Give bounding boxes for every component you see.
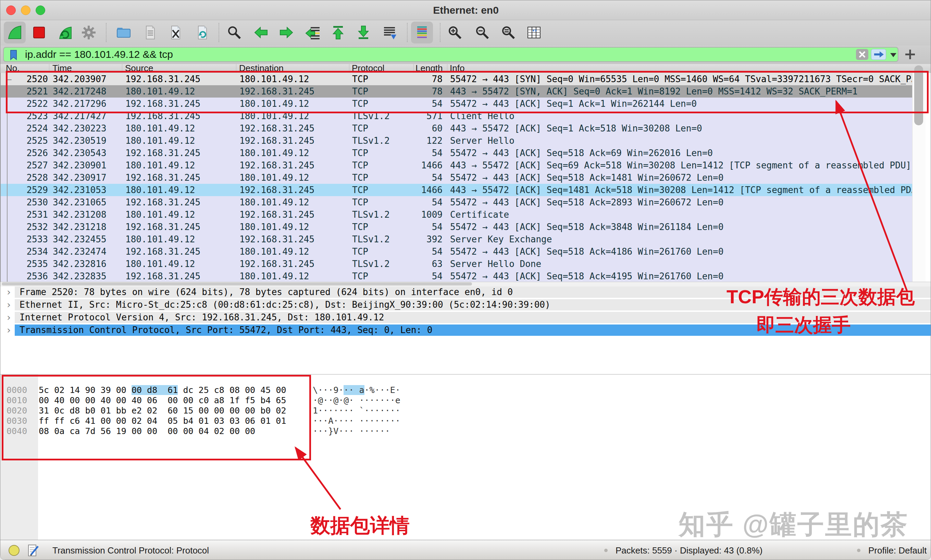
zoom-out-icon xyxy=(474,24,490,41)
packet-row[interactable]: 2535342.232816180.101.49.12192.168.31.24… xyxy=(1,258,913,270)
packet-row[interactable]: 2532342.231218192.168.31.245180.101.49.1… xyxy=(1,221,913,233)
packet-row[interactable]: 2523342.217427192.168.31.245180.101.49.1… xyxy=(1,110,913,122)
packet-row[interactable]: 2527342.230901180.101.49.12192.168.31.24… xyxy=(1,159,913,171)
display-filter-input[interactable]: ip.addr == 180.101.49.12 && tcp xyxy=(3,47,899,62)
cell-no: 2523 xyxy=(1,110,48,122)
column-divider[interactable] xyxy=(122,64,122,73)
hex-ascii[interactable]: ·@··@·@· ·······e xyxy=(313,395,401,406)
packet-row[interactable]: 2522342.217296192.168.31.245180.101.49.1… xyxy=(1,98,913,110)
packet-row[interactable]: 2529342.231053180.101.49.12192.168.31.24… xyxy=(1,184,913,196)
detail-row[interactable]: ›Ethernet II, Src: Micro-St_dc:25:c8 (00… xyxy=(0,299,931,311)
column-header-protocol[interactable]: Protocol xyxy=(352,63,411,72)
chevron-right-icon[interactable]: › xyxy=(6,299,12,311)
packet-row[interactable]: 2531342.231208180.101.49.12192.168.31.24… xyxy=(1,208,913,221)
column-header-info[interactable]: Info xyxy=(450,63,552,72)
column-divider[interactable] xyxy=(413,64,414,73)
hex-row[interactable]: 0030ff ff c6 41 00 00 02 04 05 b4 01 03 … xyxy=(0,416,931,426)
detail-row[interactable]: ›Transmission Control Protocol, Src Port… xyxy=(0,325,931,336)
hscrollbar-thumb[interactable] xyxy=(2,282,472,286)
filter-apply-button[interactable] xyxy=(871,49,886,60)
go-last-packet-button[interactable] xyxy=(353,22,375,43)
expert-info-icon[interactable] xyxy=(9,545,20,556)
packet-row[interactable]: –2520342.203907192.168.31.245180.101.49.… xyxy=(1,73,913,85)
column-header-no[interactable]: No. xyxy=(6,63,47,72)
column-header-time[interactable]: Time xyxy=(52,63,119,72)
hex-row[interactable]: 002031 0c d8 b0 01 bb e2 02 60 15 00 00 … xyxy=(0,406,931,416)
stop-capture-button[interactable] xyxy=(28,22,50,43)
arrow-right-icon xyxy=(278,24,294,41)
hex-bytes[interactable]: 08 0a ca 7d 56 19 00 00 00 00 04 02 00 0… xyxy=(39,426,255,437)
chevron-right-icon[interactable]: › xyxy=(6,286,12,298)
cell-no: 2532 xyxy=(1,221,48,233)
hex-row[interactable]: 004008 0a ca 7d 56 19 00 00 00 00 04 02 … xyxy=(0,426,931,437)
cell-len: 54 xyxy=(412,98,442,110)
zoom-in-button[interactable] xyxy=(444,22,466,43)
hex-bytes[interactable]: 5c 02 14 90 39 00 00 d8 61 dc 25 c8 08 0… xyxy=(39,385,286,395)
close-file-button[interactable] xyxy=(165,22,187,43)
open-file-button[interactable] xyxy=(113,22,135,43)
column-divider[interactable] xyxy=(49,64,49,73)
hex-ascii[interactable]: ···A···· ········ xyxy=(313,416,401,426)
filter-add-button[interactable] xyxy=(903,48,918,61)
chevron-right-icon[interactable]: › xyxy=(6,325,12,336)
column-divider[interactable] xyxy=(447,64,447,73)
cell-no: 2534 xyxy=(1,245,48,258)
packet-row[interactable]: 2533342.232455180.101.49.12192.168.31.24… xyxy=(1,233,913,245)
colorize-packets-button[interactable] xyxy=(411,22,433,43)
column-header-destination[interactable]: Destination xyxy=(239,63,346,72)
go-to-packet-button[interactable] xyxy=(302,22,324,43)
resize-columns-button[interactable] xyxy=(523,22,545,43)
save-file-button[interactable] xyxy=(139,22,161,43)
reload-file-button[interactable] xyxy=(191,22,213,43)
capture-comment-icon[interactable] xyxy=(26,543,41,557)
restart-capture-button[interactable] xyxy=(54,22,76,43)
zoom-out-button[interactable] xyxy=(471,22,493,43)
column-header-source[interactable]: Source xyxy=(125,63,233,72)
cell-dst: 180.101.49.12 xyxy=(239,98,348,110)
detail-row[interactable]: ›Internet Protocol Version 4, Src: 192.1… xyxy=(0,312,931,323)
hex-bytes[interactable]: ff ff c6 41 00 00 02 04 05 b4 01 03 03 0… xyxy=(39,416,286,426)
packet-row[interactable]: 2536342.232835192.168.31.245180.101.49.1… xyxy=(1,270,913,282)
filter-clear-button[interactable] xyxy=(856,49,868,60)
scrollbar-thumb[interactable] xyxy=(914,65,923,125)
packet-row[interactable]: 2524342.230223180.101.49.12192.168.31.24… xyxy=(1,122,913,134)
filter-bookmark-icon[interactable] xyxy=(9,49,20,61)
packet-row[interactable]: 2526342.230543192.168.31.245180.101.49.1… xyxy=(1,147,913,159)
packet-row[interactable]: 2521342.217248180.101.49.12192.168.31.24… xyxy=(1,85,913,98)
packet-row[interactable]: 2534342.232474192.168.31.245180.101.49.1… xyxy=(1,245,913,258)
capture-options-button[interactable] xyxy=(78,22,100,43)
packet-row[interactable]: 2530342.231065192.168.31.245180.101.49.1… xyxy=(1,196,913,208)
find-packet-button[interactable] xyxy=(224,22,245,43)
detail-row-text: Transmission Control Protocol, Src Port:… xyxy=(20,325,432,336)
cell-dst: 180.101.49.12 xyxy=(239,270,348,282)
go-forward-button[interactable] xyxy=(275,22,297,43)
column-divider[interactable] xyxy=(236,64,236,73)
hex-bytes-pre: 00 40 00 00 40 00 40 06 00 00 c0 a8 1f f… xyxy=(39,395,286,405)
hex-row[interactable]: 00005c 02 14 90 39 00 00 d8 61 dc 25 c8 … xyxy=(0,385,931,395)
detail-row[interactable]: ›Frame 2520: 78 bytes on wire (624 bits)… xyxy=(0,286,931,298)
hex-bytes[interactable]: 31 0c d8 b0 01 bb e2 02 60 15 00 00 00 0… xyxy=(39,406,286,416)
cell-info: Server Hello Done xyxy=(450,258,912,270)
go-first-packet-button[interactable] xyxy=(327,22,349,43)
profile-text[interactable]: Profile: Default xyxy=(868,540,927,560)
start-capture-button[interactable] xyxy=(4,22,26,43)
packet-row[interactable]: 2525342.230519180.101.49.12192.168.31.24… xyxy=(1,134,913,147)
zoom-reset-button[interactable] xyxy=(497,22,519,43)
go-back-button[interactable] xyxy=(250,22,272,43)
hex-row[interactable]: 001000 40 00 00 40 00 40 06 00 00 c0 a8 … xyxy=(0,395,931,406)
filter-dropdown-caret[interactable] xyxy=(890,53,896,57)
packet-row[interactable]: 2528342.230917192.168.31.245180.101.49.1… xyxy=(1,171,913,184)
cell-time: 342.232835 xyxy=(53,270,121,282)
chevron-right-icon[interactable]: › xyxy=(6,312,12,323)
auto-scroll-button[interactable] xyxy=(379,22,401,43)
cell-proto: TLSv1.2 xyxy=(352,258,412,270)
hex-bytes[interactable]: 00 40 00 00 40 00 40 06 00 00 c0 a8 1f f… xyxy=(39,395,286,406)
column-header-length[interactable]: Length xyxy=(416,63,445,72)
cell-time: 342.231053 xyxy=(53,184,121,196)
filter-expression-text[interactable]: ip.addr == 180.101.49.12 && tcp xyxy=(25,48,173,61)
toolbar-separator xyxy=(106,23,106,42)
hex-ascii[interactable]: \···9··· a·%···E· xyxy=(313,385,401,395)
hex-ascii[interactable]: ···}V··· ······ xyxy=(313,426,390,437)
hex-ascii[interactable]: 1······· `······· xyxy=(313,406,401,416)
cell-src: 192.168.31.245 xyxy=(125,221,235,233)
